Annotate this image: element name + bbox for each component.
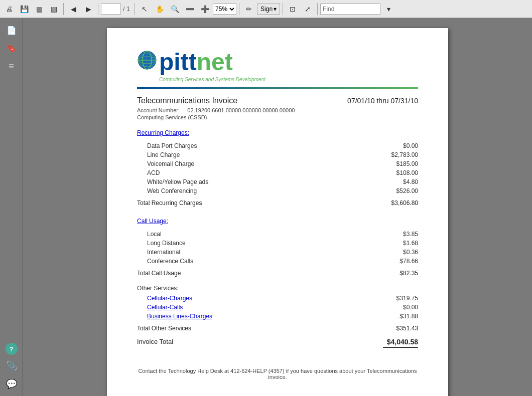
list-item: Voicemail Charge $185.00 [147, 160, 418, 167]
sign-label: Sign [260, 6, 273, 13]
item-label: Line Charge [147, 151, 180, 158]
document-area: pittnet Computing Services and Systems D… [23, 18, 532, 396]
sidebar-help-icon[interactable]: ? [6, 343, 18, 355]
fit-button[interactable]: ⊡ [286, 2, 300, 16]
green-bar [137, 87, 418, 89]
logo-subtitle: Computing Services and Systems Developme… [159, 77, 265, 82]
list-item: Local $3.85 [147, 231, 418, 238]
list-item: Business Lines-Charges $31.88 [147, 313, 418, 320]
forward-button[interactable]: ▶ [81, 2, 95, 16]
zoom-out-plus-button[interactable]: ➕ [198, 2, 212, 16]
invoice-date: 07/01/10 thru 07/31/10 [347, 97, 418, 105]
item-amount: $4.80 [383, 178, 418, 185]
find-input[interactable] [320, 4, 380, 15]
logo-net: net [197, 49, 233, 75]
item-amount: $3.85 [383, 231, 418, 238]
zoom-select[interactable]: 75% [213, 4, 236, 15]
separator6 [317, 3, 318, 15]
back-button[interactable]: ◀ [66, 2, 80, 16]
globe-icon [137, 50, 157, 70]
pdf-page: pittnet Computing Services and Systems D… [107, 28, 448, 396]
pan-button[interactable]: ✋ [153, 2, 167, 16]
item-label: White/Yellow Page ads [147, 178, 208, 185]
department-line: Computing Services (CSSD) [137, 114, 418, 120]
page-number-input[interactable]: 1 [101, 4, 121, 15]
separator3 [135, 3, 135, 15]
item-amount: $108.00 [383, 169, 418, 176]
sidebar-layers-icon[interactable]: ≡ [5, 59, 19, 73]
invoice-total-label: Invoice Total [137, 338, 173, 348]
recurring-total-label: Total Recurring Charges [137, 200, 202, 207]
account-number: 02.19200.6601.00000.000000.00000.00000 [187, 107, 295, 113]
logo-text: pittnet [159, 48, 265, 76]
logo-pitt: pitt [159, 49, 197, 75]
item-amount: $526.00 [383, 187, 418, 194]
account-label: Account Number: [137, 107, 180, 113]
recurring-total-amount: $3,606.80 [383, 200, 418, 207]
item-amount: $0.00 [383, 304, 418, 311]
other-services-heading: Other Services: [137, 285, 418, 292]
toolbar: 🖨 💾 ▦ ▤ ◀ ▶ 1 / 1 ↖ ✋ 🔍 ➖ ➕ 75% ✏ Sign ▾… [0, 0, 532, 18]
item-amount: $1.68 [383, 240, 418, 247]
sidebar-bookmark-icon[interactable]: 🔖 [5, 41, 19, 55]
item-label: Voicemail Charge [147, 160, 194, 167]
list-item: Conference Calls $78.66 [147, 258, 418, 265]
recurring-total-line: Total Recurring Charges $3,606.80 [137, 200, 418, 207]
separator5 [283, 3, 283, 15]
recurring-charges-link[interactable]: Recurring Charges: [137, 129, 189, 136]
item-label: ACD [147, 169, 160, 176]
item-label: Local [147, 231, 162, 238]
sidebar-page-icon[interactable]: 📄 [5, 23, 19, 37]
page-layout2-button[interactable]: ▤ [47, 2, 61, 16]
call-usage-link[interactable]: Call Usage: [137, 218, 168, 225]
sidebar: 📄 🔖 ≡ ? 📎 💬 [0, 18, 23, 396]
page-separator: / [122, 6, 125, 13]
item-label: Long Distance [147, 240, 186, 247]
list-item: Cellular-Charges $319.75 [147, 295, 418, 302]
item-amount: $185.00 [383, 160, 418, 167]
cellular-calls-link[interactable]: Cellular-Calls [147, 304, 183, 311]
sidebar-comment-icon[interactable]: 💬 [5, 377, 19, 391]
item-amount: $2,783.00 [383, 151, 418, 158]
item-amount: $0.00 [383, 142, 418, 149]
list-item: ACD $108.00 [147, 169, 418, 176]
invoice-total-amount: $4,040.58 [383, 338, 418, 348]
item-label: Conference Calls [147, 258, 193, 265]
other-services-total-line: Total Other Services $351.43 [137, 325, 418, 332]
call-usage-total-label: Total Call Usage [137, 270, 181, 277]
save-button[interactable]: 💾 [17, 2, 31, 16]
list-item: White/Yellow Page ads $4.80 [147, 178, 418, 185]
call-usage-total-amount: $82.35 [383, 270, 418, 277]
main-area: 📄 🔖 ≡ ? 📎 💬 pittnet [0, 18, 532, 396]
zoom-out-minus-button[interactable]: ➖ [183, 2, 197, 16]
list-item: Cellular-Calls $0.00 [147, 304, 418, 311]
list-item: Long Distance $1.68 [147, 240, 418, 247]
separator2 [98, 3, 98, 15]
list-item: Web Conferencing $526.00 [147, 187, 418, 194]
invoice-header: Telecommunications Invoice 07/01/10 thru… [137, 96, 418, 105]
item-label: Web Conferencing [147, 187, 197, 194]
zoom-in-button[interactable]: 🔍 [168, 2, 182, 16]
list-item: Data Port Charges $0.00 [147, 142, 418, 149]
page-layout-button[interactable]: ▦ [32, 2, 46, 16]
separator1 [63, 3, 64, 15]
print-button[interactable]: 🖨 [2, 2, 16, 16]
find-dropdown-button[interactable]: ▾ [381, 2, 395, 16]
page-total: 1 [126, 6, 132, 13]
footer-note: Contact the Technology Help Desk at 412-… [137, 363, 418, 380]
business-lines-charges-link[interactable]: Business Lines-Charges [147, 313, 212, 320]
list-item: Line Charge $2,783.00 [147, 151, 418, 158]
invoice-title: Telecommunications Invoice [137, 96, 237, 105]
logo-block: pittnet Computing Services and Systems D… [159, 48, 265, 82]
sidebar-attach-icon[interactable]: 📎 [5, 359, 19, 373]
call-usage-total-line: Total Call Usage $82.35 [137, 270, 418, 277]
fullscreen-button[interactable]: ⤢ [301, 2, 315, 16]
select-tool-button[interactable]: ↖ [138, 2, 152, 16]
pen-button[interactable]: ✏ [242, 2, 256, 16]
other-services-total-amount: $351.43 [383, 325, 418, 332]
sign-button[interactable]: Sign ▾ [257, 4, 280, 15]
cellular-charges-link[interactable]: Cellular-Charges [147, 295, 192, 302]
other-services-total-label: Total Other Services [137, 325, 191, 332]
item-amount: $0.36 [383, 249, 418, 256]
logo-area: pittnet Computing Services and Systems D… [137, 48, 418, 82]
